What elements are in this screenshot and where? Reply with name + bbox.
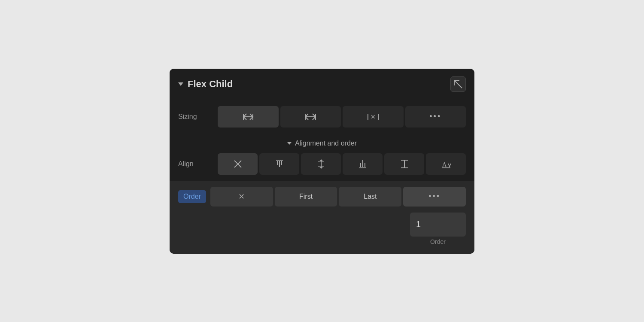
back-icon-button[interactable] <box>450 76 466 92</box>
order-more-dots: ••• <box>428 192 440 201</box>
align-btn-none[interactable] <box>218 153 258 175</box>
align-top-icon <box>275 159 284 169</box>
sizing-section: Sizing <box>170 99 474 134</box>
align-btn-top[interactable] <box>259 153 299 175</box>
panel-title-group: Flex Child <box>178 79 233 90</box>
sizing-label: Sizing <box>178 113 213 121</box>
align-btn-group: A <box>218 153 466 175</box>
align-bottom-icon <box>358 159 367 169</box>
svg-text:✕: ✕ <box>371 113 376 120</box>
order-btn-group: ✕ First Last ••• <box>210 187 466 207</box>
panel-title: Flex Child <box>188 79 233 90</box>
order-input[interactable] <box>410 213 466 237</box>
align-none-icon <box>234 160 242 168</box>
subsection-collapse-icon[interactable] <box>287 142 292 145</box>
alignment-section: Alignment and order Align <box>170 134 474 181</box>
align-label: Align <box>178 160 213 168</box>
order-btn-more[interactable]: ••• <box>403 187 466 207</box>
more-dots: ••• <box>429 112 441 121</box>
align-baseline-icon: A <box>441 159 451 169</box>
flex-child-panel: Flex Child Sizing <box>170 69 474 254</box>
svg-line-0 <box>454 80 462 88</box>
order-btn-last[interactable]: Last <box>339 187 401 207</box>
order-btn-first[interactable]: First <box>275 187 337 207</box>
align-btn-bottom[interactable] <box>343 153 383 175</box>
align-stretch-icon <box>400 159 409 169</box>
align-center-icon <box>317 159 325 169</box>
sizing-row: Sizing <box>178 106 466 128</box>
order-btn-none[interactable]: ✕ <box>210 187 273 207</box>
order-row: Order ✕ First Last ••• <box>178 187 466 207</box>
align-row: Align <box>178 153 466 175</box>
sizing-btn-more[interactable]: ••• <box>405 106 466 128</box>
collapse-icon[interactable] <box>178 82 183 86</box>
grow-icon <box>305 112 316 122</box>
align-btn-baseline[interactable]: A <box>426 153 466 175</box>
order-input-label: Order <box>430 238 446 245</box>
align-btn-stretch[interactable] <box>384 153 424 175</box>
subsection-label: Alignment and order <box>295 140 357 147</box>
sizing-btn-group: ✕ ••• <box>218 106 466 128</box>
order-input-row: Order <box>178 213 466 245</box>
panel-header: Flex Child <box>170 69 474 99</box>
order-section: Order ✕ First Last ••• Order <box>170 181 474 254</box>
sizing-btn-shrink[interactable] <box>218 106 279 128</box>
fixed-icon: ✕ <box>368 112 379 122</box>
shrink-icon <box>243 112 254 122</box>
align-btn-center[interactable] <box>301 153 341 175</box>
subsection-header: Alignment and order <box>178 140 466 147</box>
sizing-btn-fixed[interactable]: ✕ <box>343 106 404 128</box>
order-input-wrapper: Order <box>410 213 466 245</box>
svg-text:A: A <box>442 161 447 168</box>
sizing-btn-grow[interactable] <box>280 106 341 128</box>
back-icon <box>453 79 463 89</box>
order-label: Order <box>178 190 206 203</box>
